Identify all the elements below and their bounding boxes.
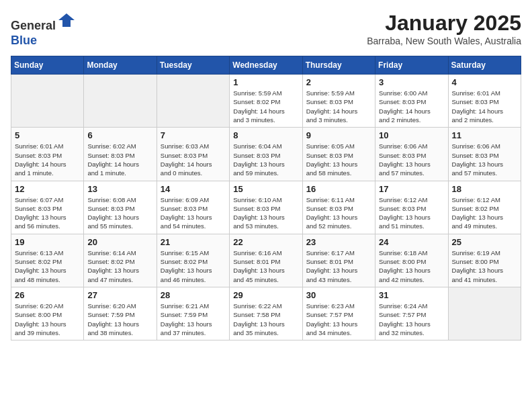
day-info: Sunrise: 6:19 AM Sunset: 8:00 PM Dayligh… <box>452 248 517 284</box>
calendar-cell: 21Sunrise: 6:15 AM Sunset: 8:02 PM Dayli… <box>157 234 229 287</box>
day-number: 26 <box>15 290 80 300</box>
day-info: Sunrise: 6:08 AM Sunset: 8:03 PM Dayligh… <box>87 195 152 231</box>
calendar-cell: 16Sunrise: 6:11 AM Sunset: 8:03 PM Dayli… <box>302 181 375 234</box>
day-number: 19 <box>15 237 80 247</box>
day-number: 2 <box>306 77 371 87</box>
calendar-cell: 27Sunrise: 6:20 AM Sunset: 7:59 PM Dayli… <box>84 287 157 340</box>
day-info: Sunrise: 6:14 AM Sunset: 8:02 PM Dayligh… <box>87 248 152 284</box>
calendar-cell: 6Sunrise: 6:02 AM Sunset: 8:03 PM Daylig… <box>84 128 157 181</box>
day-info: Sunrise: 6:06 AM Sunset: 8:03 PM Dayligh… <box>379 142 444 177</box>
calendar-cell: 2Sunrise: 5:59 AM Sunset: 8:03 PM Daylig… <box>302 75 375 128</box>
day-number: 28 <box>161 290 226 300</box>
day-info: Sunrise: 5:59 AM Sunset: 8:02 PM Dayligh… <box>233 89 298 124</box>
calendar-cell: 24Sunrise: 6:18 AM Sunset: 8:00 PM Dayli… <box>375 234 448 287</box>
day-number: 27 <box>87 290 152 300</box>
day-number: 18 <box>452 184 517 194</box>
column-header-monday: Monday <box>84 56 157 75</box>
day-info: Sunrise: 6:13 AM Sunset: 8:02 PM Dayligh… <box>15 248 80 284</box>
day-number: 5 <box>15 130 80 140</box>
day-number: 1 <box>233 77 298 87</box>
calendar-cell: 23Sunrise: 6:17 AM Sunset: 8:01 PM Dayli… <box>302 234 375 287</box>
column-header-wednesday: Wednesday <box>230 56 302 75</box>
day-info: Sunrise: 6:12 AM Sunset: 8:02 PM Dayligh… <box>452 195 517 231</box>
calendar-cell: 15Sunrise: 6:10 AM Sunset: 8:03 PM Dayli… <box>230 181 302 234</box>
calendar-week-row: 26Sunrise: 6:20 AM Sunset: 8:00 PM Dayli… <box>11 287 521 340</box>
day-info: Sunrise: 6:00 AM Sunset: 8:03 PM Dayligh… <box>379 89 444 124</box>
page-header: General Blue January 2025 Barraba, New S… <box>11 11 521 48</box>
day-info: Sunrise: 6:05 AM Sunset: 8:03 PM Dayligh… <box>306 142 371 177</box>
calendar-cell: 12Sunrise: 6:07 AM Sunset: 8:03 PM Dayli… <box>11 181 84 234</box>
day-number: 4 <box>452 77 517 87</box>
calendar-cell: 10Sunrise: 6:06 AM Sunset: 8:03 PM Dayli… <box>375 128 448 181</box>
calendar-cell: 17Sunrise: 6:12 AM Sunset: 8:03 PM Dayli… <box>375 181 448 234</box>
day-info: Sunrise: 6:23 AM Sunset: 7:57 PM Dayligh… <box>306 302 371 337</box>
calendar-cell: 5Sunrise: 6:01 AM Sunset: 8:03 PM Daylig… <box>11 128 84 181</box>
day-number: 7 <box>161 130 226 140</box>
column-header-saturday: Saturday <box>448 56 521 75</box>
day-info: Sunrise: 6:20 AM Sunset: 8:00 PM Dayligh… <box>15 302 80 337</box>
day-info: Sunrise: 6:02 AM Sunset: 8:03 PM Dayligh… <box>87 142 152 177</box>
day-number: 13 <box>87 184 152 194</box>
day-info: Sunrise: 6:01 AM Sunset: 8:03 PM Dayligh… <box>15 142 80 177</box>
day-number: 31 <box>379 290 444 300</box>
day-number: 9 <box>306 130 371 140</box>
calendar-title: January 2025 <box>367 11 521 36</box>
column-header-tuesday: Tuesday <box>157 56 229 75</box>
calendar-cell: 3Sunrise: 6:00 AM Sunset: 8:03 PM Daylig… <box>375 75 448 128</box>
day-info: Sunrise: 6:07 AM Sunset: 8:03 PM Dayligh… <box>15 195 80 231</box>
logo-blue: Blue <box>11 34 37 47</box>
day-info: Sunrise: 6:01 AM Sunset: 8:03 PM Dayligh… <box>452 89 517 124</box>
day-number: 29 <box>233 290 298 300</box>
calendar-week-row: 19Sunrise: 6:13 AM Sunset: 8:02 PM Dayli… <box>11 234 521 287</box>
day-number: 30 <box>306 290 371 300</box>
day-info: Sunrise: 6:18 AM Sunset: 8:00 PM Dayligh… <box>379 248 444 284</box>
day-number: 15 <box>233 184 298 194</box>
calendar-cell: 31Sunrise: 6:24 AM Sunset: 7:57 PM Dayli… <box>375 287 448 340</box>
calendar-cell <box>84 75 157 128</box>
day-info: Sunrise: 6:12 AM Sunset: 8:03 PM Dayligh… <box>379 195 444 231</box>
day-number: 25 <box>452 237 517 247</box>
column-header-thursday: Thursday <box>302 56 375 75</box>
calendar-week-row: 5Sunrise: 6:01 AM Sunset: 8:03 PM Daylig… <box>11 128 521 181</box>
day-number: 11 <box>452 130 517 140</box>
day-number: 12 <box>15 184 80 194</box>
svg-marker-0 <box>58 13 75 27</box>
day-number: 3 <box>379 77 444 87</box>
calendar-subtitle: Barraba, New South Wales, Australia <box>367 36 521 46</box>
day-info: Sunrise: 6:15 AM Sunset: 8:02 PM Dayligh… <box>161 248 226 284</box>
day-info: Sunrise: 6:11 AM Sunset: 8:03 PM Dayligh… <box>306 195 371 231</box>
calendar-cell: 1Sunrise: 5:59 AM Sunset: 8:02 PM Daylig… <box>230 75 302 128</box>
calendar-cell: 22Sunrise: 6:16 AM Sunset: 8:01 PM Dayli… <box>230 234 302 287</box>
day-info: Sunrise: 6:22 AM Sunset: 7:58 PM Dayligh… <box>233 302 298 337</box>
title-block: January 2025 Barraba, New South Wales, A… <box>367 11 521 46</box>
calendar-cell: 13Sunrise: 6:08 AM Sunset: 8:03 PM Dayli… <box>84 181 157 234</box>
calendar-header-row: SundayMondayTuesdayWednesdayThursdayFrid… <box>11 56 521 75</box>
logo: General Blue <box>11 11 76 48</box>
day-number: 21 <box>161 237 226 247</box>
day-info: Sunrise: 6:16 AM Sunset: 8:01 PM Dayligh… <box>233 248 298 284</box>
calendar-cell <box>11 75 84 128</box>
day-info: Sunrise: 6:24 AM Sunset: 7:57 PM Dayligh… <box>379 302 444 337</box>
day-info: Sunrise: 6:21 AM Sunset: 7:59 PM Dayligh… <box>161 302 226 337</box>
calendar-week-row: 12Sunrise: 6:07 AM Sunset: 8:03 PM Dayli… <box>11 181 521 234</box>
day-info: Sunrise: 6:04 AM Sunset: 8:03 PM Dayligh… <box>233 142 298 177</box>
calendar-cell: 30Sunrise: 6:23 AM Sunset: 7:57 PM Dayli… <box>302 287 375 340</box>
day-info: Sunrise: 6:10 AM Sunset: 8:03 PM Dayligh… <box>233 195 298 231</box>
day-number: 10 <box>379 130 444 140</box>
day-info: Sunrise: 6:06 AM Sunset: 8:03 PM Dayligh… <box>452 142 517 177</box>
day-number: 17 <box>379 184 444 194</box>
calendar-week-row: 1Sunrise: 5:59 AM Sunset: 8:02 PM Daylig… <box>11 75 521 128</box>
calendar-table: SundayMondayTuesdayWednesdayThursdayFrid… <box>11 56 521 340</box>
logo-icon <box>57 11 76 30</box>
day-info: Sunrise: 6:20 AM Sunset: 7:59 PM Dayligh… <box>87 302 152 337</box>
calendar-cell: 26Sunrise: 6:20 AM Sunset: 8:00 PM Dayli… <box>11 287 84 340</box>
day-info: Sunrise: 5:59 AM Sunset: 8:03 PM Dayligh… <box>306 89 371 124</box>
day-number: 14 <box>161 184 226 194</box>
calendar-cell: 14Sunrise: 6:09 AM Sunset: 8:03 PM Dayli… <box>157 181 229 234</box>
calendar-cell: 19Sunrise: 6:13 AM Sunset: 8:02 PM Dayli… <box>11 234 84 287</box>
column-header-friday: Friday <box>375 56 448 75</box>
calendar-cell: 29Sunrise: 6:22 AM Sunset: 7:58 PM Dayli… <box>230 287 302 340</box>
calendar-cell: 25Sunrise: 6:19 AM Sunset: 8:00 PM Dayli… <box>448 234 521 287</box>
calendar-cell: 4Sunrise: 6:01 AM Sunset: 8:03 PM Daylig… <box>448 75 521 128</box>
day-number: 22 <box>233 237 298 247</box>
